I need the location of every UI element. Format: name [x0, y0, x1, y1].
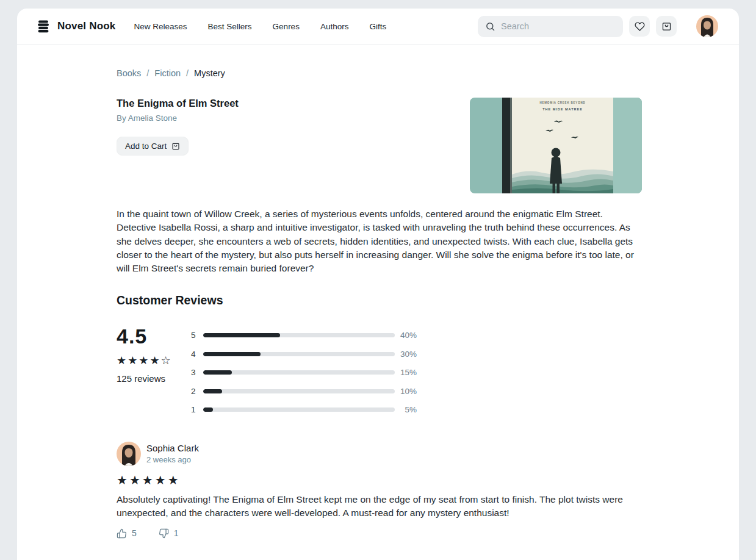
rating-bar-star-label: 1	[191, 405, 203, 414]
thumbs-up-button[interactable]: 5	[117, 528, 137, 539]
nav-item-gifts[interactable]: Gifts	[369, 22, 386, 31]
nav-item-genres[interactable]: Genres	[273, 22, 300, 31]
review-item: Sophia Clark 2 weeks ago ★★★★★ Absolutel…	[117, 442, 642, 539]
main-content: Books / Fiction / Mystery The Enigma of …	[17, 45, 739, 560]
brand[interactable]: Novel Nook	[38, 20, 116, 33]
rating-bar-star-label: 3	[191, 368, 203, 377]
rating-bar-row-3: 3 15%	[191, 363, 430, 382]
thumbs-down-icon	[159, 528, 169, 539]
rating-bar-fill	[203, 352, 261, 356]
cart-button[interactable]	[656, 16, 677, 37]
review-stars: ★★★★★	[117, 473, 642, 487]
page-card: Novel Nook New Releases Best Sellers Gen…	[17, 9, 739, 560]
reviews-heading: Customer Reviews	[117, 293, 642, 307]
thumbs-up-count: 5	[132, 528, 137, 538]
breadcrumb-fiction[interactable]: Fiction	[154, 68, 181, 78]
book-info: The Enigma of Elm Street By Amelia Stone…	[117, 98, 239, 193]
rating-bar-star-label: 4	[191, 350, 203, 359]
reviewer-avatar	[117, 442, 141, 466]
breadcrumb-mystery: Mystery	[194, 68, 225, 78]
rating-summary: 4.5 ★★★★☆ 125 reviews 5 40% 4 30% 3	[117, 325, 642, 419]
rating-bar-percent: 5%	[395, 405, 417, 414]
rating-bar-track	[203, 407, 395, 412]
reviewer-name: Sophia Clark	[146, 443, 199, 453]
thumbs-down-button[interactable]: 1	[159, 528, 179, 539]
search-bar[interactable]	[478, 16, 623, 37]
add-to-cart-button[interactable]: Add to Cart	[117, 137, 189, 156]
add-to-cart-label: Add to Cart	[125, 142, 167, 151]
rating-bar-row-2: 2 10%	[191, 382, 430, 401]
wishlist-button[interactable]	[629, 16, 650, 37]
rating-bar-star-label: 5	[191, 331, 203, 340]
main-nav: New Releases Best Sellers Genres Authors…	[134, 22, 387, 31]
breadcrumb-books[interactable]: Books	[117, 68, 141, 78]
rating-bar-percent: 15%	[395, 368, 417, 377]
review-header: Sophia Clark 2 weeks ago	[117, 442, 642, 466]
shopping-bag-icon	[661, 21, 672, 32]
book-title: The Enigma of Elm Street	[117, 98, 239, 109]
brand-name: Novel Nook	[57, 20, 116, 32]
rating-distribution: 5 40% 4 30% 3 15% 2 10%	[191, 325, 430, 419]
bag-icon	[171, 142, 180, 151]
nav-item-authors[interactable]: Authors	[320, 22, 349, 31]
user-avatar[interactable]	[696, 15, 718, 37]
review-text: Absolutely captivating! The Enigma of El…	[117, 493, 641, 520]
rating-bar-track	[203, 389, 395, 393]
rating-bar-row-5: 5 40%	[191, 326, 430, 345]
rating-bar-fill	[203, 389, 222, 393]
rating-bar-row-4: 4 30%	[191, 345, 430, 364]
average-rating: 4.5	[117, 325, 191, 348]
book-hero: The Enigma of Elm Street By Amelia Stone…	[117, 98, 642, 193]
cover-text-line1: HEMOMIA CREEK BEYOND	[539, 101, 585, 104]
rating-bar-fill	[203, 370, 232, 375]
rating-bar-track	[203, 370, 395, 375]
breadcrumb-separator: /	[146, 68, 149, 78]
rating-bar-track	[203, 352, 395, 356]
rating-bar-percent: 40%	[395, 331, 417, 340]
search-input[interactable]	[501, 21, 616, 31]
thumbs-down-count: 1	[174, 528, 179, 538]
book-description: In the quaint town of Willow Creek, a se…	[117, 207, 641, 275]
header: Novel Nook New Releases Best Sellers Gen…	[17, 9, 739, 45]
review-timestamp: 2 weeks ago	[146, 455, 199, 464]
reviewer-meta: Sophia Clark 2 weeks ago	[146, 443, 199, 464]
logo-stack-icon	[38, 20, 49, 33]
rating-bar-star-label: 2	[191, 387, 203, 396]
rating-bar-track	[203, 333, 395, 337]
rating-overview: 4.5 ★★★★☆ 125 reviews	[117, 325, 191, 419]
nav-item-new-releases[interactable]: New Releases	[134, 22, 187, 31]
book-cover-image: HEMOMIA CREEK BEYOND THE MIDE MATREE	[470, 98, 642, 193]
rating-bar-row-1: 1 5%	[191, 400, 430, 419]
heart-icon	[635, 21, 645, 32]
search-icon	[485, 21, 495, 32]
thumbs-up-icon	[117, 528, 127, 539]
breadcrumb-separator: /	[186, 68, 189, 78]
rating-bar-fill	[203, 333, 280, 337]
book-author: By Amelia Stone	[117, 113, 239, 123]
cover-text-line2: THE MIDE MATREE	[542, 107, 583, 111]
rating-bar-fill	[203, 407, 213, 412]
review-actions: 5 1	[117, 528, 642, 539]
nav-item-best-sellers[interactable]: Best Sellers	[208, 22, 252, 31]
average-stars: ★★★★☆	[117, 354, 191, 367]
header-actions	[478, 15, 718, 37]
review-count: 125 reviews	[117, 373, 191, 384]
rating-bar-percent: 10%	[395, 387, 417, 396]
breadcrumb: Books / Fiction / Mystery	[117, 68, 642, 78]
rating-bar-percent: 30%	[395, 350, 417, 359]
